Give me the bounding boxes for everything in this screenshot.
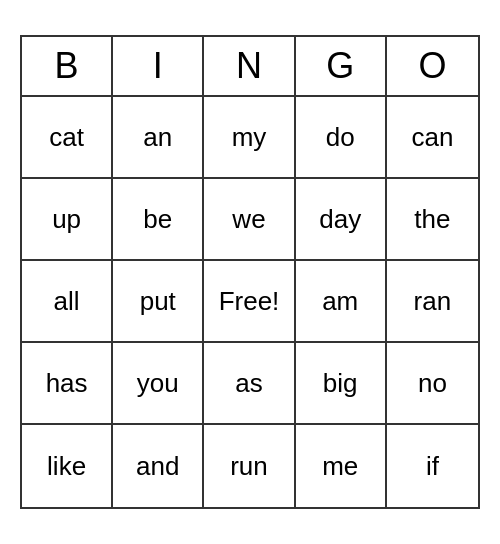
header-letter: O bbox=[387, 37, 478, 95]
bingo-cell: Free! bbox=[204, 261, 295, 343]
bingo-cell: an bbox=[113, 97, 204, 179]
bingo-cell: be bbox=[113, 179, 204, 261]
header-letter: G bbox=[296, 37, 387, 95]
bingo-cell: do bbox=[296, 97, 387, 179]
header-letter: B bbox=[22, 37, 113, 95]
bingo-cell: you bbox=[113, 343, 204, 425]
bingo-cell: the bbox=[387, 179, 478, 261]
bingo-cell: big bbox=[296, 343, 387, 425]
bingo-cell: and bbox=[113, 425, 204, 507]
bingo-cell: all bbox=[22, 261, 113, 343]
bingo-cell: day bbox=[296, 179, 387, 261]
bingo-header: BINGO bbox=[22, 37, 478, 97]
bingo-cell: put bbox=[113, 261, 204, 343]
bingo-cell: me bbox=[296, 425, 387, 507]
bingo-cell: up bbox=[22, 179, 113, 261]
bingo-cell: can bbox=[387, 97, 478, 179]
bingo-cell: if bbox=[387, 425, 478, 507]
bingo-cell: am bbox=[296, 261, 387, 343]
bingo-cell: ran bbox=[387, 261, 478, 343]
header-letter: N bbox=[204, 37, 295, 95]
bingo-cell: we bbox=[204, 179, 295, 261]
bingo-cell: my bbox=[204, 97, 295, 179]
bingo-body: catanmydocanupbewedaytheallputFree!amran… bbox=[22, 97, 478, 507]
bingo-cell: cat bbox=[22, 97, 113, 179]
bingo-cell: run bbox=[204, 425, 295, 507]
bingo-cell: like bbox=[22, 425, 113, 507]
bingo-cell: has bbox=[22, 343, 113, 425]
bingo-cell: no bbox=[387, 343, 478, 425]
header-letter: I bbox=[113, 37, 204, 95]
bingo-cell: as bbox=[204, 343, 295, 425]
bingo-card: BINGO catanmydocanupbewedaytheallputFree… bbox=[20, 35, 480, 509]
